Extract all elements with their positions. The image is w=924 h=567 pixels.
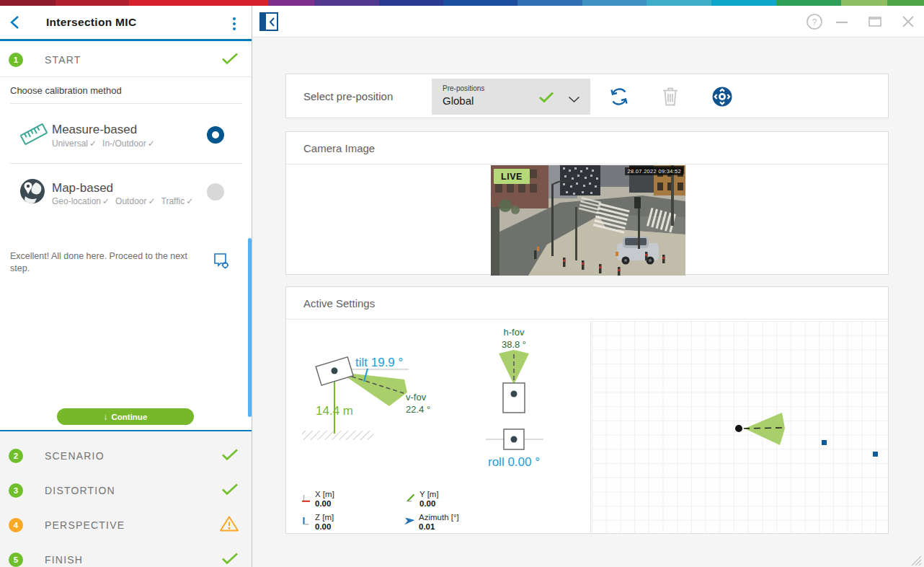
- step-row-finish[interactable]: 5 FINISH: [0, 544, 252, 567]
- window-resize-handle[interactable]: [910, 555, 922, 567]
- back-arrow-icon: [8, 14, 24, 30]
- radio-selected[interactable]: [207, 126, 224, 144]
- value-y: Y [m] 0.00: [405, 490, 439, 509]
- y-axis-icon: [405, 492, 417, 504]
- step-row-scenario[interactable]: 2 SCENARIO: [0, 440, 252, 472]
- tips-document-icon[interactable]: [212, 251, 231, 273]
- live-badge: LIVE: [494, 169, 530, 184]
- active-settings-panel: Active Settings: [285, 286, 889, 534]
- roll-readout: roll 0.00 °: [471, 455, 557, 470]
- method-tags: Universal✓ In-/Outdoor✓: [52, 139, 155, 149]
- value-azimuth: Azimuth [°] 0.01: [403, 513, 459, 532]
- radio-unselected[interactable]: [207, 183, 224, 201]
- collapse-sidebar-button[interactable]: [259, 12, 278, 31]
- chevron-left-icon: [267, 16, 277, 28]
- trash-icon: [660, 86, 680, 107]
- hfov-label: h-fov: [489, 327, 538, 338]
- step-label: PERSPECTIVE: [45, 519, 125, 531]
- method-title: Map-based: [52, 181, 113, 195]
- method-tags: Geo-location✓ Outdoor✓ Traffic✓: [52, 196, 193, 206]
- check-icon: [221, 449, 239, 464]
- minimize-icon: [835, 14, 849, 29]
- step-number-badge: 3: [9, 483, 23, 498]
- panel-header: Active Settings: [286, 287, 888, 320]
- check-icon: [221, 483, 239, 498]
- check-icon: [221, 553, 239, 567]
- app-window: Intersection MIC 1 START Choose calibrat…: [0, 0, 924, 567]
- check-icon: [221, 53, 239, 68]
- method-map-based[interactable]: Map-based Geo-location✓ Outdoor✓ Traffic…: [0, 167, 252, 225]
- step-number-badge: 2: [9, 449, 23, 463]
- preposition-label: Select pre-position: [303, 90, 393, 102]
- status-message: Excellent! All done here. Proceed to the…: [10, 250, 202, 275]
- step-number-badge: 4: [9, 518, 23, 532]
- step-row-distortion[interactable]: 3 DISTORTION: [0, 475, 252, 506]
- step-label: DISTORTION: [45, 485, 115, 496]
- hfov-value: 38.8 °: [489, 339, 538, 350]
- down-arrow-icon: ↓: [104, 413, 108, 421]
- dropdown-value: Global: [443, 94, 474, 107]
- delete-button[interactable]: [660, 86, 680, 110]
- back-button[interactable]: [0, 6, 32, 38]
- map-grid-view[interactable]: [592, 321, 888, 533]
- maximize-button[interactable]: [866, 13, 884, 30]
- calibration-sidebar: Intersection MIC 1 START Choose calibrat…: [0, 6, 252, 567]
- check-icon: [538, 91, 554, 106]
- close-button[interactable]: [899, 13, 917, 30]
- panel-header: Camera Image: [286, 132, 888, 164]
- x-axis-icon: [301, 492, 312, 504]
- sidebar-header: Intersection MIC: [0, 6, 252, 41]
- step-label: FINISH: [45, 554, 83, 566]
- tilt-readout: tilt 19.9 °: [355, 356, 403, 370]
- panel-title: Active Settings: [303, 297, 375, 309]
- svg-text:?: ?: [812, 17, 817, 27]
- step-label: SCENARIO: [45, 450, 105, 462]
- divider: [10, 163, 242, 164]
- collapse-icon: [261, 14, 266, 30]
- refresh-button[interactable]: [608, 86, 630, 110]
- kebab-menu-icon[interactable]: [226, 14, 243, 33]
- value-x: X [m] 0.00: [301, 490, 334, 509]
- method-measure-based[interactable]: Measure-based Universal✓ In-/Outdoor✓: [0, 108, 252, 163]
- camera-image-panel: Camera Image: [285, 131, 889, 275]
- maximize-icon: [868, 14, 882, 29]
- preposition-dropdown[interactable]: Pre-positions Global: [432, 79, 590, 115]
- main-top-bar: ?: [252, 6, 924, 38]
- preposition-panel: Select pre-position Pre-positions Global: [285, 74, 889, 118]
- refresh-icon: [608, 86, 630, 107]
- minimize-button[interactable]: [833, 13, 850, 30]
- vfov-label: v-fov: [406, 392, 426, 403]
- ptz-joystick-icon: [711, 86, 733, 107]
- orientation-diagrams: tilt 19.9 ° 14.4 m v-fov 22.4 ° h-fov 38…: [286, 321, 591, 533]
- camera-height-readout: 14.4 m: [316, 404, 353, 418]
- ptz-control-button[interactable]: [711, 86, 733, 110]
- continue-button[interactable]: ↓ Continue: [57, 408, 194, 425]
- help-icon: ?: [806, 13, 823, 30]
- method-title: Measure-based: [52, 123, 137, 137]
- panel-title: Camera Image: [303, 142, 375, 154]
- close-icon: [901, 14, 915, 29]
- active-settings-body: tilt 19.9 ° 14.4 m v-fov 22.4 ° h-fov 38…: [286, 321, 888, 533]
- choose-method-label: Choose calibration method: [10, 85, 122, 96]
- value-z: Z [m] 0.00: [301, 513, 334, 532]
- ruler-icon: [19, 121, 49, 150]
- globe-icon: [19, 177, 46, 208]
- divider: [10, 103, 242, 104]
- bosch-supergraphic-strip: [0, 0, 924, 6]
- vfov-value: 22.4 °: [406, 404, 430, 415]
- warning-icon: [220, 516, 239, 535]
- step-label: START: [45, 54, 81, 66]
- step-number-badge: 5: [9, 553, 23, 567]
- step-number-badge: 1: [9, 53, 23, 67]
- sidebar-scrollbar-thumb[interactable]: [248, 238, 252, 417]
- z-axis-icon: [301, 515, 312, 527]
- chevron-down-icon: [568, 93, 580, 106]
- camera-position-map: [592, 321, 889, 534]
- step-row-perspective[interactable]: 4 PERSPECTIVE: [0, 509, 252, 541]
- help-button[interactable]: ?: [806, 13, 823, 30]
- azimuth-icon: [403, 515, 416, 527]
- live-camera-view[interactable]: LIVE 28.07.2022 09:34:52: [491, 165, 685, 276]
- page-title: Intersection MIC: [46, 16, 136, 29]
- steps-list: 2 SCENARIO 3 DISTORTION 4 PERSPECTIVE: [0, 431, 252, 567]
- step-row-start[interactable]: 1 START: [0, 43, 252, 77]
